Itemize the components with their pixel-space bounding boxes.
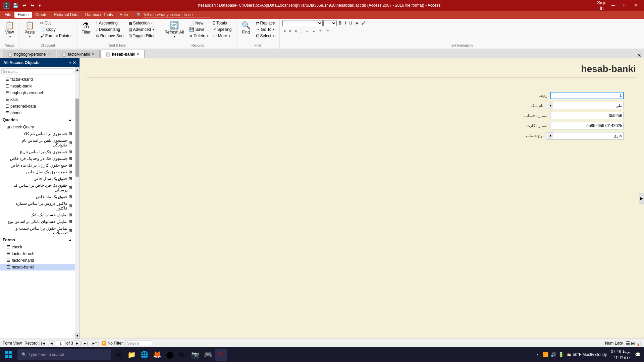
align-center-button[interactable]: ≡ [288,28,292,34]
new-button[interactable]: 📄 New [187,20,210,26]
undo-btn[interactable]: ↩ [21,2,28,9]
sidebar-item[interactable]: ⊞ حقوق یک ماه خاص [0,193,75,200]
notification-button[interactable]: 💬 [633,351,643,359]
chrome-button[interactable]: ⬤ [164,349,176,361]
close-button[interactable]: ✕ [631,0,641,11]
sidebar-item-hesab-banki[interactable]: ☰ hesab-banki [0,264,75,270]
italic-button[interactable]: I [343,20,347,26]
select-button[interactable]: ⊡ Select ▾ [254,33,277,39]
input-account-number[interactable] [550,112,624,119]
font-size-select[interactable] [323,20,337,26]
record-number-input[interactable] [56,341,66,346]
sidebar-item[interactable]: ⊞ فاکتور فروش بر اساس شماره فاکتور [0,200,75,212]
tell-me-input[interactable] [143,12,210,17]
sidebar-item[interactable]: ⊞ نمایش حقوق بر اساس سمت و تحصیلات [0,225,75,236]
sidebar-item[interactable]: ☰ factor-kharid [0,257,75,264]
minimize-button[interactable]: ─ [608,0,619,11]
access-button[interactable]: A [215,349,227,361]
more-button[interactable]: ⋯ More ▾ [211,33,233,39]
find-button[interactable]: 🔍 Find [239,20,253,36]
sidebar-item[interactable]: ☰ hoghogh-personel [0,89,75,96]
align-left-button[interactable]: ≡ [282,28,287,34]
tab-hoghogh-personel[interactable]: 📋 hoghogh-personel ✕ [3,50,56,58]
first-record-button[interactable]: |◄ [39,341,47,346]
rtl-button[interactable]: ↶ [318,28,324,34]
descending-button[interactable]: ↓ Descending [94,26,125,33]
menu-file[interactable]: File [1,12,14,18]
redo-btn[interactable]: ↪ [29,2,36,9]
task-view-button[interactable]: ⧉ [113,349,125,361]
underline-button[interactable]: U [348,20,354,26]
sidebar-close-button[interactable]: ✕ [73,60,76,65]
indent-decrease-button[interactable]: ← [311,28,317,34]
format-painter-button[interactable]: 🖌 Format Painter [39,33,73,39]
sidebar-item[interactable]: ☰ personeli-data [0,103,75,110]
select-account-type[interactable]: جاری ▼ [546,132,624,139]
sidebar-item[interactable]: ☰ check [0,244,75,250]
start-button[interactable] [1,348,16,361]
sidebar-item[interactable]: ⊞ جمع حقوق یک سال خاص [0,169,75,175]
tab-hesab-banki[interactable]: 📋 hesab-banki ✕ [100,50,145,58]
view-button[interactable]: 📋 View ▾ [3,20,16,40]
prev-record-button[interactable]: ◄ [48,341,55,346]
sidebar-item[interactable]: ⊞ جستجوی تلفن بر اساس نام خانوادگی [0,137,75,148]
menu-home[interactable]: Home [14,12,32,18]
tab-close-2[interactable]: ✕ [92,52,95,56]
sidebar-collapse-button[interactable]: « [69,60,71,65]
scroll-thumb[interactable] [75,99,79,177]
sidebar-item[interactable]: ⊞ حقوق یک فرد خاص بر اساس کد پرسنلی [0,182,75,193]
selection-button[interactable]: ▦ Selection ▾ [127,20,156,26]
filter-button[interactable]: ⚗ Filter [79,20,93,36]
file-explorer-button[interactable]: 📁 [125,349,138,361]
totals-button[interactable]: Σ Totals [211,20,233,26]
remove-sort-button[interactable]: ⊘ Remove Sort [94,33,125,39]
tab-close-1[interactable]: ✕ [48,52,51,56]
cut-button[interactable]: ✂ Cut [39,20,73,26]
input-radif[interactable] [550,92,624,99]
sidebar-item[interactable]: ⊞ حقوق یک سال خاص [0,175,75,182]
save-quick-btn[interactable]: 💾 [11,2,20,9]
account-type-arrow[interactable]: ▼ [548,132,553,139]
layout-view-button[interactable]: 📊 [636,341,641,346]
quick-access-dropdown[interactable]: ▾ [37,2,42,9]
games-button[interactable]: 🎮 [202,349,214,361]
sidebar-item[interactable]: ⊞ check Query [0,124,75,130]
sidebar-item[interactable]: ☰ kala [0,96,75,103]
ascending-button[interactable]: ↑ Ascending [94,20,125,26]
menu-external-data[interactable]: External Data [51,12,82,18]
sidebar-queries-header[interactable]: Queries ▲ [0,116,75,124]
toggle-filter-button[interactable]: ⊞ Toggle Filter [127,33,156,39]
sidebar-search-input[interactable] [1,68,73,74]
spelling-button[interactable]: ✓ Spelling [211,26,233,33]
tab-close-all-button[interactable]: ✕ [637,53,641,58]
sidebar-item[interactable]: ☰ factor-kharid [0,76,75,83]
sidebar-item[interactable]: ☰ hesab-banki [0,83,75,89]
menu-help[interactable]: Help [116,12,131,18]
next-record-button[interactable]: ► [74,341,81,346]
sidebar-item[interactable]: ☰ phone [0,110,75,116]
sidebar-item[interactable]: ⊞ جمع حقوق کارزان در یک ماه خاص [0,162,75,169]
sidebar-item[interactable]: ⊞ جستجوی بر اساس نام کالا [0,130,75,137]
select-bank-name[interactable]: ملی ▼ [546,102,624,109]
sidebar-item[interactable]: ⊞ نمایش حسابهای بانکی بر اساس نوع [0,218,75,225]
scroll-up-button[interactable]: ▲ [75,67,79,72]
indent-increase-button[interactable]: → [304,28,310,34]
ltr-button[interactable]: ↷ [324,28,330,34]
last-record-button[interactable]: ►| [82,341,90,346]
menu-database-tools[interactable]: Database Tools [82,12,116,18]
scroll-down-button[interactable]: ▼ [75,333,79,339]
copy-button[interactable]: 📄 Copy [39,26,73,33]
sidebar-item[interactable]: ⊞ جستجوی چک بر اساس تاریخ [0,148,75,155]
tray-show-button[interactable]: ∧ [534,352,541,358]
bank-name-arrow[interactable]: ▼ [548,102,553,109]
edge-browser-button[interactable]: 🌐 [138,349,150,361]
firefox-button[interactable]: 🦊 [151,349,163,361]
paste-button[interactable]: 📋 Paste ▾ [22,20,37,40]
font-family-select[interactable] [282,20,323,26]
sign-in-button[interactable]: Sign in [596,0,607,11]
sidebar-right-collapse[interactable]: ▶ [639,193,644,204]
new-record-button[interactable]: ►* [90,341,98,346]
line-height-button[interactable]: ↕ [299,28,304,34]
delete-button[interactable]: ✕ Delete ▾ [187,33,210,39]
sidebar-item[interactable]: ☰ factor-forosh [0,250,75,257]
